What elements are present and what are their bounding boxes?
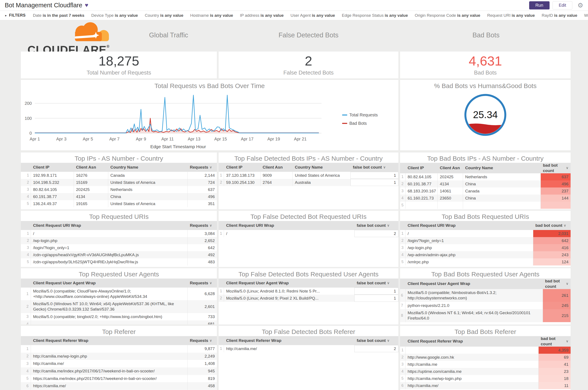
filter-item[interactable]: Origin Response Code is any value <box>415 13 480 18</box>
column-header[interactable]: Country Name <box>293 163 350 172</box>
column-header[interactable]: Requests∨ <box>188 163 217 172</box>
column-header[interactable]: Client Asn <box>74 163 108 172</box>
table-row[interactable]: 137.120.138.1739009United States of Amer… <box>219 172 398 179</box>
table-row[interactable]: 5https://camilia.me/index.php/2017/06/17… <box>21 375 217 383</box>
filters-toggle[interactable]: ▸ FILTERS <box>5 13 26 18</box>
column-header[interactable]: Requests∨ <box>188 279 217 288</box>
column-header[interactable]: Client IP <box>405 163 438 173</box>
table-row[interactable]: 1/2 <box>219 230 398 237</box>
table-row[interactable]: 3/login/?login_only=1642 <box>21 244 217 251</box>
column-header[interactable]: Client IP <box>224 163 260 172</box>
legend-entry[interactable]: Bad Bots <box>342 121 378 126</box>
gear-icon[interactable]: ⚙ <box>578 1 583 9</box>
table-row[interactable]: 7python-requests/2.21.0245 <box>400 302 571 309</box>
table-row[interactable]: 8Mozilla/5.0 (Windows NT 6.1; Win64; x64… <box>400 309 571 322</box>
column-header[interactable]: Client Asn <box>260 163 293 172</box>
table-row[interactable]: 1Mozilla/5.0 (Linux; Android 8.1.0; Redm… <box>219 288 398 295</box>
column-header[interactable]: Requests∨ <box>188 221 217 230</box>
edit-button[interactable]: Edit <box>553 1 572 9</box>
column-header[interactable]: Client Request Referer Wrap <box>31 336 188 345</box>
legend-entry[interactable]: Total Requests <box>342 112 378 117</box>
table-row[interactable]: 368.183.200.16714061Canada237 <box>400 188 571 195</box>
table-row[interactable]: 6Mozilla/5.0 (compatible; Nimbostratus-B… <box>400 289 571 302</box>
table-row[interactable]: 1Mozilla/5.0 (compatible; CloudFlare-Alw… <box>21 288 217 300</box>
table-cell: 68.183.200.167 <box>405 188 438 195</box>
table-bad-bot-user-agents: Top Bad Bots Requested User AgentsClient… <box>400 268 571 325</box>
column-header[interactable]: Client Request User Agent Wrap <box>31 279 188 288</box>
table-row[interactable]: 5/cdn-cgi/apps/body/3Lh52SjWTQ4HRlErJykH… <box>21 258 217 265</box>
column-header[interactable]: bad bot count∨ <box>543 279 571 289</box>
column-header[interactable]: Client Request Referer Wrap <box>405 336 539 347</box>
table-row[interactable]: 1http://camilia.me/2 <box>219 345 398 352</box>
column-header[interactable]: Country Name <box>463 163 540 173</box>
table-row[interactable]: 5136.24.49.3719165United States of Ameri… <box>21 200 217 207</box>
table-cell: https://camilia.me/index.php/2017/06/17/… <box>31 375 188 383</box>
table-row[interactable]: 461.160.221.7323650China144 <box>400 195 571 202</box>
filter-item[interactable]: Worker Subrequest is... <box>584 13 588 18</box>
table-row[interactable]: 3Mozilla/5.0 (compatible; bingbot/2.0; +… <box>21 313 217 321</box>
table-cell: 59.100.254.130 <box>224 179 260 186</box>
table-row[interactable]: 1/3,084 <box>21 230 217 237</box>
table-row[interactable]: 3http://camilia.me/1,408 <box>21 360 217 367</box>
table-row[interactable]: 380.82.64.105202425Netherlands637 <box>21 186 217 193</box>
table-row[interactable]: 2http://www.google.com.hk69 <box>400 354 571 361</box>
table-cell: 16276 <box>74 172 108 179</box>
value-cell: 492 <box>188 251 217 258</box>
table-row[interactable]: 6https://camilia.me/458 <box>21 382 217 390</box>
table-row[interactable]: 1192.99.8.17116276Canada2,144 <box>21 172 217 179</box>
column-header[interactable]: Client IP <box>31 163 74 172</box>
svg-text:Apr 21: Apr 21 <box>294 137 307 141</box>
table-row[interactable]: 460.191.38.774134China496 <box>21 193 217 200</box>
filter-item[interactable]: Country is any value <box>145 13 183 18</box>
column-header[interactable]: bad bot count∨ <box>540 163 571 173</box>
table-row[interactable]: 3http://camilia.me41 <box>400 361 571 368</box>
table-row[interactable]: 2Mozilla/5.0 (Windows NT 10.0; Win64; x6… <box>21 300 217 313</box>
table-row[interactable]: 3/wp-login.php416 <box>400 244 571 251</box>
table-row[interactable]: 2/wp-login.php2,652 <box>21 237 217 244</box>
table-cell: 4134 <box>74 193 108 200</box>
column-header[interactable]: Client Request User Agent Wrap <box>224 279 354 288</box>
column-header[interactable]: false bot count∨ <box>354 279 398 288</box>
column-header[interactable]: Client Request URI Wrap <box>405 221 533 230</box>
filter-item[interactable]: RayID is any value <box>542 13 577 18</box>
table-row[interactable]: 260.191.38.774134China496 <box>400 180 571 188</box>
table-row[interactable]: 259.100.254.1302764Australia1 <box>219 179 398 186</box>
table-row[interactable]: 2http://camilia.me/wp-login.php2,249 <box>21 353 217 360</box>
table-row[interactable]: 4681 <box>21 320 217 325</box>
filter-item[interactable]: Hostname is any value <box>190 13 233 18</box>
table-row[interactable]: 4https://uptime.com/camilia.me23 <box>400 368 571 375</box>
filter-item[interactable]: Date is in the past 7 weeks <box>33 13 84 18</box>
table-row[interactable]: 6http://camilia.me/11 <box>400 382 571 389</box>
column-header[interactable]: Client Asn <box>438 163 463 173</box>
column-header[interactable]: Client Request User Agent Wrap <box>405 279 543 289</box>
filter-item[interactable]: IP address is any value <box>240 13 284 18</box>
table-row[interactable]: 1/2,031 <box>400 230 571 237</box>
table-row[interactable]: 5 <box>400 202 571 209</box>
column-header[interactable]: Country Name <box>108 163 188 172</box>
filter-item[interactable]: User Agent is any value <box>291 13 335 18</box>
column-header[interactable]: false bot count∨ <box>354 336 398 345</box>
column-header[interactable]: false bot count∨ <box>354 221 398 230</box>
filter-item[interactable]: Device Type is any value <box>91 13 138 18</box>
column-header[interactable]: bad bot count∨ <box>533 221 571 230</box>
table-row[interactable]: 2Mozilla/5.0 (Linux; Android 9; Pixel 2 … <box>219 295 398 302</box>
column-header[interactable]: bad bot count∨ <box>539 336 571 347</box>
column-header[interactable]: Client Request URI Wrap <box>31 221 188 230</box>
table-row[interactable]: 14,359 <box>400 347 571 354</box>
column-header[interactable]: false bot count∨ <box>350 163 398 172</box>
table-row[interactable]: 2/login/?login_only=1642 <box>400 237 571 244</box>
table-row[interactable]: 4/cdn-cgi/apps/head/xVgyKhR-vV3dAUGhMqfB… <box>21 251 217 258</box>
table-row[interactable]: 2104.198.5.23215169United States of Amer… <box>21 179 217 186</box>
column-header[interactable]: Client Request URI Wrap <box>224 221 354 230</box>
table-row[interactable]: 5http://camilia.me/wp-login.php18 <box>400 375 571 382</box>
table-row[interactable]: 4/wp-admin/admin-ajax.php243 <box>400 251 571 258</box>
table-row[interactable]: 180.82.64.105202425Netherlands637 <box>400 173 571 180</box>
column-header[interactable]: Requests∨ <box>188 336 217 345</box>
filter-item[interactable]: Request URI is any value <box>487 13 535 18</box>
run-button[interactable]: Run <box>529 1 549 9</box>
filter-item[interactable]: Edge Response Status is any value <box>342 13 408 18</box>
column-header[interactable]: Client Request Referer Wrap <box>224 336 354 345</box>
table-row[interactable]: 19,877 <box>21 345 217 353</box>
table-row[interactable]: 5/xmlrpc.php124 <box>400 258 571 265</box>
table-row[interactable]: 4http://camilia.me/index.php/2017/06/17/… <box>21 367 217 375</box>
